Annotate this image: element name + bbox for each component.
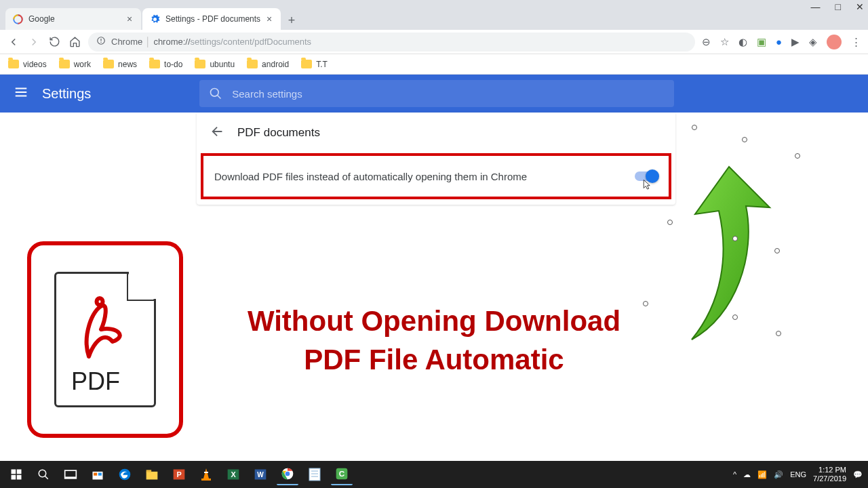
panel-heading: PDF documents	[237, 126, 320, 140]
selection-handle	[732, 236, 738, 241]
caption-line-2: PDF File Automatic	[224, 341, 644, 380]
folder-icon	[149, 60, 160, 68]
bookmark-ubuntu[interactable]: ubuntu	[195, 60, 235, 69]
word-icon[interactable]: W	[250, 464, 271, 485]
search-placeholder: Search settings	[232, 88, 302, 100]
network-icon[interactable]: 📶	[757, 470, 767, 479]
minimize-button[interactable]: —	[811, 1, 821, 12]
svg-rect-11	[98, 473, 102, 476]
extension-icon-5[interactable]: ◈	[809, 36, 817, 48]
excel-icon[interactable]: X	[222, 464, 244, 485]
bookmark-news[interactable]: news	[103, 60, 137, 69]
setting-label: Download PDF files instead of automatica…	[214, 171, 527, 182]
bookmark-label: news	[118, 60, 137, 69]
folder-icon	[103, 60, 114, 68]
cursor-icon	[640, 179, 652, 191]
svg-rect-13	[146, 472, 158, 480]
forward-button[interactable]	[27, 35, 41, 49]
svg-rect-5	[12, 475, 16, 480]
folder-icon	[59, 60, 70, 68]
extension-icon-3[interactable]: ●	[776, 36, 782, 47]
bookmark-android[interactable]: android	[247, 60, 289, 69]
google-favicon	[12, 14, 23, 24]
volume-icon[interactable]: 🔊	[774, 470, 783, 479]
close-button[interactable]: ✕	[856, 1, 864, 12]
toolbar-icons: ⊖ ☆ ◐ ▣ ● ▶ ◈ ⋮	[702, 35, 861, 49]
chrome-icon[interactable]	[277, 464, 298, 485]
selection-handle	[667, 220, 673, 225]
new-tab-button[interactable]: +	[282, 11, 301, 30]
notifications-icon[interactable]: 💬	[853, 470, 863, 479]
bookmark-work[interactable]: work	[59, 60, 91, 69]
bookmarks-bar: videos work news to-do ubuntu android T.…	[0, 54, 868, 75]
reload-button[interactable]	[47, 35, 61, 49]
extension-icon-4[interactable]: ▶	[791, 36, 800, 48]
extension-icon-2[interactable]: ▣	[757, 36, 766, 48]
extension-icon-1[interactable]: ◐	[738, 36, 747, 48]
system-tray: ^ ☁ 📶 🔊 ENG 1:12 PM 7/27/2019 💬	[733, 466, 863, 483]
menu-icon[interactable]: ⋮	[851, 36, 861, 48]
folder-icon	[301, 60, 312, 68]
star-icon[interactable]: ☆	[720, 36, 729, 48]
svg-rect-10	[94, 473, 97, 476]
svg-rect-14	[146, 470, 152, 472]
maximize-button[interactable]: □	[835, 1, 841, 12]
settings-header: Settings Search settings	[0, 75, 868, 113]
back-button[interactable]	[7, 35, 20, 49]
close-icon[interactable]: ×	[264, 14, 274, 24]
time: 1:12 PM	[813, 466, 846, 474]
tab-google[interactable]: Google ×	[5, 8, 141, 30]
adobe-logo-icon	[75, 289, 136, 363]
address-bar: Chrome │ chrome://settings/content/pdfDo…	[0, 30, 868, 54]
caption-line-1: Without Opening Download	[224, 302, 644, 341]
search-icon	[209, 87, 222, 100]
store-icon[interactable]	[87, 464, 108, 485]
search-settings-input[interactable]: Search settings	[199, 80, 674, 107]
home-button[interactable]	[68, 35, 81, 49]
vlc-icon[interactable]	[195, 464, 217, 485]
svg-rect-25	[309, 468, 320, 481]
hamburger-icon[interactable]	[14, 85, 28, 102]
onedrive-icon[interactable]: ☁	[743, 470, 751, 479]
file-outline-icon: PDF	[54, 272, 156, 407]
start-button[interactable]	[5, 464, 27, 485]
tray-chevron-icon[interactable]: ^	[733, 470, 736, 479]
selection-handle	[732, 314, 738, 320]
notepad-icon[interactable]	[304, 464, 326, 485]
search-button[interactable]	[33, 464, 54, 485]
task-view-button[interactable]	[60, 464, 81, 485]
clock[interactable]: 1:12 PM 7/27/2019	[813, 466, 846, 483]
omnibox[interactable]: Chrome │ chrome://settings/content/pdfDo…	[88, 33, 695, 52]
bookmark-videos[interactable]: videos	[8, 60, 47, 69]
bookmark-label: videos	[23, 60, 47, 69]
selection-handle	[774, 248, 780, 253]
selection-handle	[643, 301, 648, 306]
pdf-label: PDF	[71, 367, 120, 396]
bookmark-label: T.T	[316, 60, 328, 69]
tab-label: Settings - PDF documents	[165, 14, 260, 24]
url-path: settings/content/pdfDocuments	[191, 37, 312, 47]
file-explorer-icon[interactable]	[141, 464, 163, 485]
svg-rect-6	[17, 475, 22, 480]
zoom-icon[interactable]: ⊖	[702, 36, 711, 48]
bookmark-label: ubuntu	[210, 60, 235, 69]
url-host: chrome://	[153, 37, 190, 47]
close-icon[interactable]: ×	[125, 14, 134, 24]
powerpoint-icon[interactable]: P	[168, 464, 190, 485]
folder-icon	[195, 60, 205, 68]
settings-panel: PDF documents Download PDF files instead…	[197, 113, 675, 205]
svg-point-24	[285, 472, 290, 476]
profile-avatar[interactable]	[827, 35, 842, 49]
bookmark-to-do[interactable]: to-do	[149, 60, 182, 69]
language-indicator[interactable]: ENG	[790, 470, 806, 479]
folder-icon	[8, 60, 19, 68]
back-arrow-icon[interactable]	[210, 124, 225, 142]
camtasia-icon[interactable]: C	[331, 464, 353, 485]
selection-handle	[692, 125, 697, 130]
pdf-download-setting[interactable]: Download PDF files instead of automatica…	[201, 153, 671, 199]
bookmark-tt[interactable]: T.T	[301, 60, 328, 69]
pdf-file-icon: PDF	[27, 241, 183, 438]
tab-settings[interactable]: Settings - PDF documents ×	[142, 8, 281, 30]
gear-favicon	[149, 14, 160, 24]
edge-icon[interactable]	[114, 464, 136, 485]
